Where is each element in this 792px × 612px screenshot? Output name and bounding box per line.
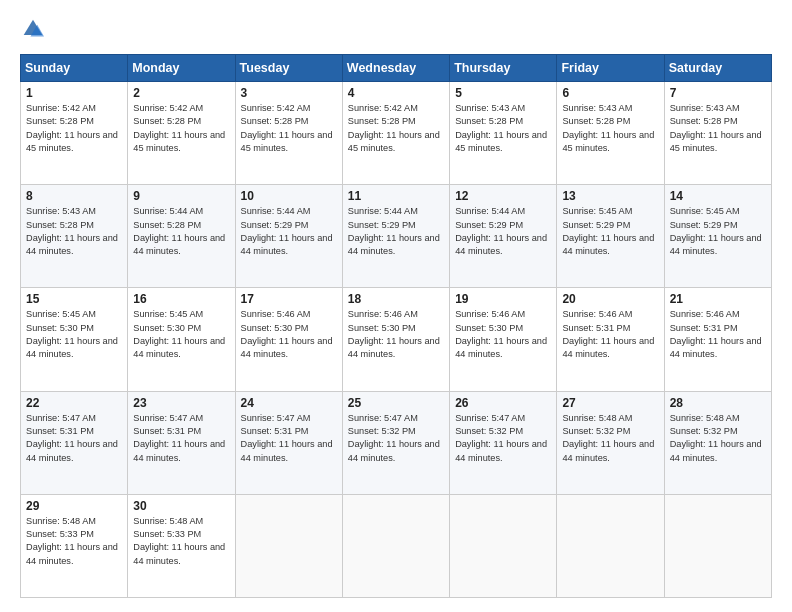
calendar-cell: 9 Sunrise: 5:44 AMSunset: 5:28 PMDayligh… [128, 185, 235, 288]
calendar-cell: 14 Sunrise: 5:45 AMSunset: 5:29 PMDaylig… [664, 185, 771, 288]
cell-text: Sunrise: 5:46 AMSunset: 5:30 PMDaylight:… [348, 309, 440, 359]
cell-text: Sunrise: 5:42 AMSunset: 5:28 PMDaylight:… [241, 103, 333, 153]
cell-text: Sunrise: 5:47 AMSunset: 5:32 PMDaylight:… [455, 413, 547, 463]
page: SundayMondayTuesdayWednesdayThursdayFrid… [0, 0, 792, 612]
cell-text: Sunrise: 5:48 AMSunset: 5:33 PMDaylight:… [26, 516, 118, 566]
day-number: 20 [562, 292, 658, 306]
calendar-cell: 21 Sunrise: 5:46 AMSunset: 5:31 PMDaylig… [664, 288, 771, 391]
calendar-cell: 7 Sunrise: 5:43 AMSunset: 5:28 PMDayligh… [664, 82, 771, 185]
cell-text: Sunrise: 5:48 AMSunset: 5:33 PMDaylight:… [133, 516, 225, 566]
calendar-cell [235, 494, 342, 597]
calendar-cell: 18 Sunrise: 5:46 AMSunset: 5:30 PMDaylig… [342, 288, 449, 391]
cell-text: Sunrise: 5:42 AMSunset: 5:28 PMDaylight:… [133, 103, 225, 153]
calendar-cell: 29 Sunrise: 5:48 AMSunset: 5:33 PMDaylig… [21, 494, 128, 597]
calendar-cell: 10 Sunrise: 5:44 AMSunset: 5:29 PMDaylig… [235, 185, 342, 288]
day-number: 29 [26, 499, 122, 513]
cell-text: Sunrise: 5:46 AMSunset: 5:31 PMDaylight:… [562, 309, 654, 359]
calendar-cell: 28 Sunrise: 5:48 AMSunset: 5:32 PMDaylig… [664, 391, 771, 494]
cell-text: Sunrise: 5:46 AMSunset: 5:30 PMDaylight:… [455, 309, 547, 359]
day-number: 8 [26, 189, 122, 203]
calendar-cell: 20 Sunrise: 5:46 AMSunset: 5:31 PMDaylig… [557, 288, 664, 391]
cell-text: Sunrise: 5:44 AMSunset: 5:29 PMDaylight:… [348, 206, 440, 256]
day-number: 3 [241, 86, 337, 100]
cell-text: Sunrise: 5:45 AMSunset: 5:30 PMDaylight:… [26, 309, 118, 359]
day-number: 18 [348, 292, 444, 306]
day-number: 30 [133, 499, 229, 513]
calendar-cell: 12 Sunrise: 5:44 AMSunset: 5:29 PMDaylig… [450, 185, 557, 288]
calendar-week-2: 8 Sunrise: 5:43 AMSunset: 5:28 PMDayligh… [21, 185, 772, 288]
logo [20, 18, 44, 44]
calendar-cell: 26 Sunrise: 5:47 AMSunset: 5:32 PMDaylig… [450, 391, 557, 494]
day-number: 1 [26, 86, 122, 100]
day-number: 7 [670, 86, 766, 100]
calendar-cell: 3 Sunrise: 5:42 AMSunset: 5:28 PMDayligh… [235, 82, 342, 185]
cell-text: Sunrise: 5:43 AMSunset: 5:28 PMDaylight:… [455, 103, 547, 153]
cell-text: Sunrise: 5:42 AMSunset: 5:28 PMDaylight:… [26, 103, 118, 153]
calendar-cell [450, 494, 557, 597]
calendar-cell: 25 Sunrise: 5:47 AMSunset: 5:32 PMDaylig… [342, 391, 449, 494]
calendar-cell [557, 494, 664, 597]
calendar-cell: 22 Sunrise: 5:47 AMSunset: 5:31 PMDaylig… [21, 391, 128, 494]
calendar-header-monday: Monday [128, 55, 235, 82]
logo-icon [22, 18, 44, 40]
day-number: 16 [133, 292, 229, 306]
calendar-cell: 30 Sunrise: 5:48 AMSunset: 5:33 PMDaylig… [128, 494, 235, 597]
cell-text: Sunrise: 5:47 AMSunset: 5:32 PMDaylight:… [348, 413, 440, 463]
cell-text: Sunrise: 5:44 AMSunset: 5:28 PMDaylight:… [133, 206, 225, 256]
day-number: 9 [133, 189, 229, 203]
cell-text: Sunrise: 5:43 AMSunset: 5:28 PMDaylight:… [26, 206, 118, 256]
calendar-cell: 4 Sunrise: 5:42 AMSunset: 5:28 PMDayligh… [342, 82, 449, 185]
calendar-cell: 27 Sunrise: 5:48 AMSunset: 5:32 PMDaylig… [557, 391, 664, 494]
cell-text: Sunrise: 5:47 AMSunset: 5:31 PMDaylight:… [133, 413, 225, 463]
calendar-cell: 13 Sunrise: 5:45 AMSunset: 5:29 PMDaylig… [557, 185, 664, 288]
cell-text: Sunrise: 5:48 AMSunset: 5:32 PMDaylight:… [670, 413, 762, 463]
calendar-header-sunday: Sunday [21, 55, 128, 82]
calendar-header-wednesday: Wednesday [342, 55, 449, 82]
calendar-header-friday: Friday [557, 55, 664, 82]
cell-text: Sunrise: 5:46 AMSunset: 5:31 PMDaylight:… [670, 309, 762, 359]
calendar-cell: 1 Sunrise: 5:42 AMSunset: 5:28 PMDayligh… [21, 82, 128, 185]
cell-text: Sunrise: 5:45 AMSunset: 5:30 PMDaylight:… [133, 309, 225, 359]
day-number: 15 [26, 292, 122, 306]
day-number: 2 [133, 86, 229, 100]
day-number: 22 [26, 396, 122, 410]
calendar-cell: 5 Sunrise: 5:43 AMSunset: 5:28 PMDayligh… [450, 82, 557, 185]
day-number: 5 [455, 86, 551, 100]
calendar-cell [342, 494, 449, 597]
cell-text: Sunrise: 5:43 AMSunset: 5:28 PMDaylight:… [670, 103, 762, 153]
header [20, 18, 772, 44]
cell-text: Sunrise: 5:43 AMSunset: 5:28 PMDaylight:… [562, 103, 654, 153]
calendar-week-1: 1 Sunrise: 5:42 AMSunset: 5:28 PMDayligh… [21, 82, 772, 185]
calendar-week-5: 29 Sunrise: 5:48 AMSunset: 5:33 PMDaylig… [21, 494, 772, 597]
cell-text: Sunrise: 5:45 AMSunset: 5:29 PMDaylight:… [562, 206, 654, 256]
day-number: 23 [133, 396, 229, 410]
day-number: 10 [241, 189, 337, 203]
calendar-cell: 16 Sunrise: 5:45 AMSunset: 5:30 PMDaylig… [128, 288, 235, 391]
day-number: 11 [348, 189, 444, 203]
calendar-cell: 11 Sunrise: 5:44 AMSunset: 5:29 PMDaylig… [342, 185, 449, 288]
day-number: 14 [670, 189, 766, 203]
day-number: 12 [455, 189, 551, 203]
calendar-cell: 8 Sunrise: 5:43 AMSunset: 5:28 PMDayligh… [21, 185, 128, 288]
day-number: 24 [241, 396, 337, 410]
cell-text: Sunrise: 5:45 AMSunset: 5:29 PMDaylight:… [670, 206, 762, 256]
cell-text: Sunrise: 5:48 AMSunset: 5:32 PMDaylight:… [562, 413, 654, 463]
calendar-header-saturday: Saturday [664, 55, 771, 82]
day-number: 25 [348, 396, 444, 410]
calendar-cell: 17 Sunrise: 5:46 AMSunset: 5:30 PMDaylig… [235, 288, 342, 391]
day-number: 17 [241, 292, 337, 306]
cell-text: Sunrise: 5:44 AMSunset: 5:29 PMDaylight:… [241, 206, 333, 256]
calendar-header-row: SundayMondayTuesdayWednesdayThursdayFrid… [21, 55, 772, 82]
cell-text: Sunrise: 5:46 AMSunset: 5:30 PMDaylight:… [241, 309, 333, 359]
day-number: 4 [348, 86, 444, 100]
day-number: 26 [455, 396, 551, 410]
calendar-cell: 23 Sunrise: 5:47 AMSunset: 5:31 PMDaylig… [128, 391, 235, 494]
calendar-week-3: 15 Sunrise: 5:45 AMSunset: 5:30 PMDaylig… [21, 288, 772, 391]
day-number: 19 [455, 292, 551, 306]
cell-text: Sunrise: 5:42 AMSunset: 5:28 PMDaylight:… [348, 103, 440, 153]
day-number: 28 [670, 396, 766, 410]
cell-text: Sunrise: 5:44 AMSunset: 5:29 PMDaylight:… [455, 206, 547, 256]
cell-text: Sunrise: 5:47 AMSunset: 5:31 PMDaylight:… [26, 413, 118, 463]
calendar-table: SundayMondayTuesdayWednesdayThursdayFrid… [20, 54, 772, 598]
day-number: 13 [562, 189, 658, 203]
